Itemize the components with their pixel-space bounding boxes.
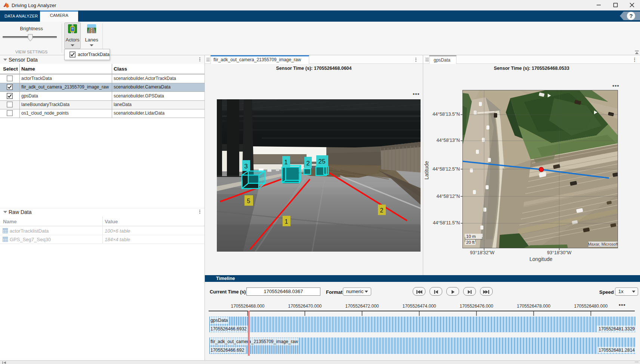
svg-text:1: 1	[285, 218, 288, 225]
svg-text:2: 2	[306, 160, 310, 167]
svg-text:?: ?	[629, 13, 633, 19]
svg-text:2: 2	[380, 207, 384, 214]
svg-text:25: 25	[319, 158, 326, 165]
svg-text:3: 3	[244, 163, 247, 170]
svg-text:5: 5	[247, 198, 250, 204]
svg-text:1: 1	[284, 159, 287, 166]
